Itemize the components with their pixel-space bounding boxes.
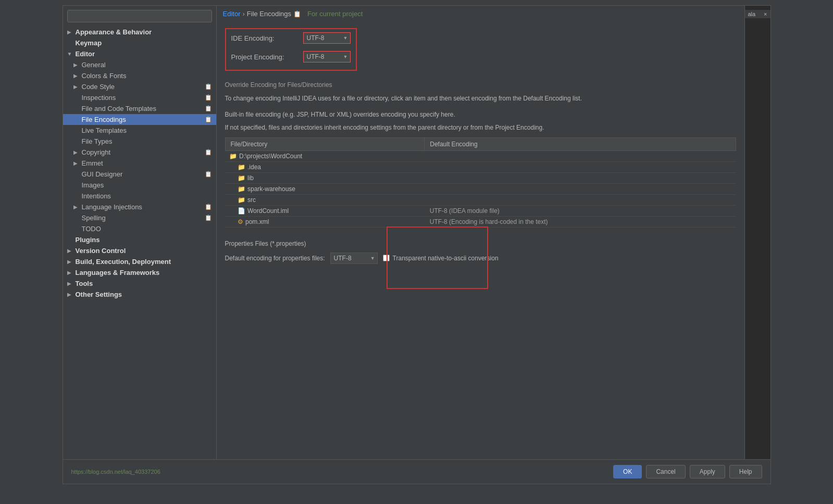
sidebar-label-other-settings: Other Settings [76,291,122,298]
encoding-cell [425,194,736,205]
arrow-icon-general: ▶ [73,62,80,68]
project-encoding-row: Project Encoding: UTF-8 ISO-8859-1 UTF-1… [231,51,351,62]
info-line3: If not specified, files and directories … [225,123,736,133]
sidebar-item-file-code-templates[interactable]: File and Code Templates📋 [63,103,216,114]
sidebar-label-images: Images [82,181,104,189]
table-row[interactable]: 📁D:\projects\WordCount [225,150,736,161]
file-name-cell: 📁D:\projects\WordCount [225,150,425,161]
sidebar-item-todo[interactable]: TODO [63,223,216,234]
sidebar-item-colors-fonts[interactable]: ▶Colors & Fonts [63,70,216,81]
for-current-project[interactable]: For current project [307,10,363,18]
sidebar-item-gui-designer[interactable]: GUI Designer📋 [63,169,216,180]
copy-icon-gui-designer: 📋 [205,171,212,178]
arrow-icon-language-injections: ▶ [73,204,80,210]
encoding-cell [425,183,736,194]
sidebar-item-file-types[interactable]: File Types [63,136,216,147]
breadcrumb-parent[interactable]: Editor [223,10,241,18]
folder-icon: 📁 [238,163,245,171]
url-bar: https://blog.csdn.net/laq_40337206 [71,469,610,475]
folder-icon: 📁 [238,174,245,182]
sidebar-item-plugins[interactable]: Plugins [63,234,216,245]
properties-encoding-label: Default encoding for properties files: [225,255,325,262]
sidebar-item-images[interactable]: Images [63,180,216,191]
breadcrumb: Editor › File Encodings 📋 For current pr… [217,6,744,22]
sidebar-label-gui-designer: GUI Designer [82,170,123,178]
sidebar-item-live-templates[interactable]: Live Templates [63,125,216,136]
breadcrumb-current: File Encodings [247,10,291,18]
search-input[interactable] [67,10,212,22]
arrow-icon-build-execution: ▶ [67,259,73,264]
properties-row: Default encoding for properties files: U… [225,253,736,264]
sidebar-item-keymap[interactable]: Keymap [63,37,216,48]
transparent-checkbox[interactable] [383,255,390,261]
encoding-cell [425,172,736,183]
transparent-checkbox-label[interactable]: Transparent native-to-ascii conversion [383,255,499,262]
sidebar-item-appearance[interactable]: ▶Appearance & Behavior [63,27,216,37]
sidebar-item-code-style[interactable]: ▶Code Style📋 [63,81,216,92]
file-name-cell: ⚙pom.xml [225,216,425,227]
sidebar-item-version-control[interactable]: ▶Version Control [63,245,216,256]
sidebar-item-languages-frameworks[interactable]: ▶Languages & Frameworks [63,267,216,278]
table-row[interactable]: 📁spark-warehouse [225,183,736,194]
table-row[interactable]: 📄WordCount.iml UTF-8 (IDEA module file) [225,205,736,216]
file-name: D:\projects\WordCount [239,153,302,160]
encoding-cell [425,161,736,172]
sidebar-item-language-injections[interactable]: ▶Language Injections📋 [63,201,216,212]
apply-button[interactable]: Apply [690,465,725,478]
arrow-icon-languages-frameworks: ▶ [67,270,73,275]
arrow-icon-colors-fonts: ▶ [73,73,80,79]
sidebar-item-file-encodings[interactable]: File Encodings📋 [63,114,216,125]
file-icon: 📄 [238,207,245,215]
sidebar-label-file-types: File Types [82,137,113,145]
copy-icon-file-encodings: 📋 [205,116,212,123]
sidebar-label-tools: Tools [76,280,93,287]
project-encoding-select-wrapper: UTF-8 ISO-8859-1 UTF-16 [303,51,351,62]
ala-tab-label: ala [748,11,756,17]
sidebar-item-tools[interactable]: ▶Tools [63,278,216,289]
project-encoding-select[interactable]: UTF-8 ISO-8859-1 UTF-16 [304,52,350,62]
sidebar-item-intentions[interactable]: Intentions [63,191,216,201]
file-name: src [247,196,256,204]
sidebar-label-emmet: Emmet [82,159,103,167]
copy-icon-spelling: 📋 [205,215,212,221]
sidebar-item-editor[interactable]: ▼Editor [63,48,216,59]
file-name: lib [247,174,254,182]
properties-encoding-select[interactable]: UTF-8 ISO-8859-1 [331,253,377,263]
sidebar-item-build-execution[interactable]: ▶Build, Execution, Deployment [63,256,216,267]
sidebar-item-copyright[interactable]: ▶Copyright📋 [63,147,216,158]
table-row[interactable]: ⚙pom.xml UTF-8 (Encoding is hard-coded i… [225,216,736,227]
close-icon[interactable]: × [764,11,767,17]
sidebar-label-code-style: Code Style [82,83,115,91]
transparent-label: Transparent native-to-ascii conversion [393,255,499,262]
sidebar-item-spelling[interactable]: Spelling📋 [63,212,216,223]
file-name-cell: 📁lib [225,172,425,183]
table-row[interactable]: 📁.idea [225,161,736,172]
cancel-button[interactable]: Cancel [646,465,685,478]
ide-encoding-select-wrapper: UTF-8 ISO-8859-1 UTF-16 [303,32,351,44]
table-row[interactable]: 📁lib [225,172,736,183]
arrow-icon-appearance: ▶ [67,29,73,35]
copy-icon-copyright: 📋 [205,149,212,156]
folder-icon: 📁 [238,185,245,193]
sidebar-item-emmet[interactable]: ▶Emmet [63,158,216,169]
breadcrumb-separator: › [242,10,244,18]
sidebar-label-colors-fonts: Colors & Fonts [82,72,127,80]
encoding-box: IDE Encoding: UTF-8 ISO-8859-1 UTF-16 Pr… [225,28,357,71]
main-content: Editor › File Encodings 📋 For current pr… [217,6,744,459]
sidebar-item-inspections[interactable]: Inspections📋 [63,92,216,103]
col-default-encoding: Default Encoding [425,137,736,150]
dialog-footer: https://blog.csdn.net/laq_40337206 OK Ca… [63,459,770,484]
sidebar-item-general[interactable]: ▶General [63,59,216,70]
ok-button[interactable]: OK [613,465,642,478]
arrow-icon-copyright: ▶ [73,149,80,155]
table-row[interactable]: 📁src [225,194,736,205]
sidebar-item-other-settings[interactable]: ▶Other Settings [63,289,216,300]
help-button[interactable]: Help [729,465,762,478]
sidebar-label-inspections: Inspections [82,94,116,102]
file-name-cell: 📁spark-warehouse [225,183,425,194]
properties-title: Properties Files (*.properties) [225,240,736,247]
file-directory-table: File/Directory Default Encoding 📁D:\proj… [225,137,736,228]
xml-icon: ⚙ [238,218,243,225]
ide-encoding-select[interactable]: UTF-8 ISO-8859-1 UTF-16 [304,33,350,43]
encoding-cell: UTF-8 (Encoding is hard-coded in the tex… [425,216,736,227]
